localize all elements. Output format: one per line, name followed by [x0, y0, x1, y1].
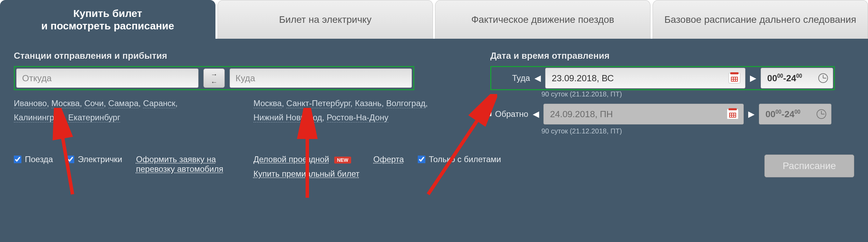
from-quick-link[interactable]: Екатеринбург: [68, 113, 120, 122]
tabs-bar: Купить билет и посмотреть расписание Бил…: [0, 0, 868, 39]
search-panel: Станции отправления и прибытия → ← Ивано…: [0, 39, 868, 187]
trains-checkbox[interactable]: [14, 156, 21, 163]
clock-icon: [817, 109, 826, 119]
only-tickets-checkbox[interactable]: [418, 156, 425, 163]
dates-title: Дата и время отправления: [490, 50, 854, 61]
back-note: 90 суток (21.12.2018, ПТ): [541, 127, 854, 135]
business-pass-link[interactable]: Деловой проездной: [253, 155, 329, 164]
local-checkbox-wrap[interactable]: Электрички: [67, 155, 122, 164]
from-quick-links: Иваново, Москва, Сочи, Самара, Саранск, …: [14, 96, 207, 125]
station-inputs-wrap: → ←: [14, 66, 414, 90]
dates-block: Дата и время отправления Туда ◀ 23.09.20…: [490, 50, 854, 141]
local-checkbox[interactable]: [67, 156, 74, 163]
back-label: Обратно: [490, 109, 528, 119]
there-row-outline: Туда ◀ 23.09.2018, ВС ▶ 0000-2400: [490, 66, 835, 90]
arrow-right-icon: →: [211, 71, 218, 78]
bottom-row: Поезда Электрички Оформить заявку на пер…: [14, 155, 854, 179]
from-quick-link[interactable]: Калининград: [14, 113, 64, 122]
trains-checkbox-wrap[interactable]: Поезда: [14, 155, 53, 164]
clock-icon: [818, 73, 828, 83]
back-time-field[interactable]: 0000-2400: [759, 104, 831, 124]
there-label: Туда: [492, 73, 530, 83]
back-date-value: 24.09.2018, ПН: [550, 109, 613, 120]
to-quick-links: Москва, Санкт-Петербург, Казань, Волгогр…: [253, 96, 447, 125]
schedule-button[interactable]: Расписание: [764, 155, 854, 177]
new-badge: NEW: [334, 157, 351, 164]
from-input[interactable]: [16, 68, 199, 88]
arrow-left-icon: ←: [211, 78, 218, 85]
to-quick-link[interactable]: Ростов-На-Дону: [327, 113, 388, 122]
back-date-prev-button[interactable]: ◀: [532, 108, 539, 120]
tab-actual-movement[interactable]: Фактическое движение поездов: [435, 0, 650, 39]
only-tickets-wrap[interactable]: Только с билетами: [418, 155, 501, 164]
to-quick-link[interactable]: Волгоград: [386, 99, 425, 108]
calendar-icon: [727, 109, 739, 119]
calendar-icon: [729, 73, 740, 83]
from-quick-link[interactable]: Иваново: [14, 99, 47, 108]
date-prev-button[interactable]: ◀: [534, 72, 541, 84]
from-quick-link[interactable]: Москва: [51, 99, 80, 108]
date-next-button[interactable]: ▶: [750, 72, 756, 84]
tab-local-train[interactable]: Билет на электричку: [218, 0, 433, 39]
offer-link[interactable]: Оферта: [373, 155, 404, 164]
from-quick-link[interactable]: Сочи: [84, 99, 104, 108]
there-time-field[interactable]: 0000-2400: [761, 68, 833, 89]
to-quick-link[interactable]: Санкт-Петербург: [286, 99, 350, 108]
tab-buy-ticket[interactable]: Купить билет и посмотреть расписание: [0, 0, 215, 39]
there-note: 90 суток (21.12.2018, ПТ): [541, 90, 854, 98]
to-quick-link[interactable]: Нижний Новгород: [253, 113, 322, 122]
return-checkbox[interactable]: [487, 110, 492, 118]
swap-button[interactable]: → ←: [203, 68, 225, 88]
tab-base-schedule[interactable]: Базовое расписание дальнего следования: [653, 0, 868, 39]
back-date-field[interactable]: 24.09.2018, ПН: [543, 104, 744, 124]
to-quick-link[interactable]: Казань: [355, 99, 382, 108]
stations-title: Станции отправления и прибытия: [14, 50, 463, 61]
there-date-value: 23.09.2018, ВС: [552, 73, 614, 84]
car-transport-link[interactable]: Оформить заявку на перевозку автомобиля: [136, 155, 223, 174]
to-quick-link[interactable]: Москва: [253, 99, 282, 108]
premium-ticket-link[interactable]: Купить премиальный билет: [253, 169, 359, 179]
stations-block: Станции отправления и прибытия → ← Ивано…: [14, 50, 463, 125]
to-input[interactable]: [230, 68, 412, 88]
there-date-field[interactable]: 23.09.2018, ВС: [545, 68, 745, 89]
from-quick-link[interactable]: Самара: [108, 99, 139, 108]
from-quick-link[interactable]: Саранск: [143, 99, 175, 108]
there-time-value: 0000-2400: [767, 73, 802, 84]
back-time-value: 0000-2400: [765, 109, 800, 120]
back-date-next-button[interactable]: ▶: [748, 108, 755, 120]
